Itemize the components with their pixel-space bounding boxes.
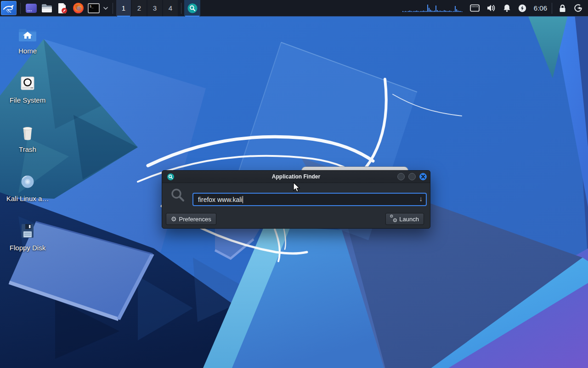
- application-finder-window: Application Finder firefox www.kali ↓: [162, 170, 430, 229]
- gear-icon: ⚙: [171, 216, 177, 222]
- maximize-button[interactable]: [408, 173, 416, 180]
- window-icon: [25, 3, 37, 13]
- desktop-icon-list: Home File System Trash: [6, 23, 50, 269]
- applications-menu-button[interactable]: [1, 1, 17, 15]
- taskbar-application-finder[interactable]: [184, 0, 200, 17]
- hard-drive-icon: [17, 73, 38, 93]
- volume-indicator[interactable]: [487, 4, 496, 12]
- launch-label: Launch: [399, 216, 419, 223]
- window-controls: [397, 173, 427, 180]
- volume-icon: [487, 4, 496, 12]
- panel-right: 6:06: [402, 0, 588, 17]
- workspace-3[interactable]: 3: [147, 0, 162, 17]
- logout-button[interactable]: [574, 4, 582, 12]
- desktop-icon-label: Trash: [19, 145, 36, 153]
- kali-logo-icon: [3, 3, 15, 14]
- minimize-button[interactable]: [397, 173, 405, 180]
- cpu-graph[interactable]: [402, 4, 463, 12]
- desktop-icon-floppy-disk[interactable]: Floppy Disk: [6, 220, 50, 269]
- launch-gears-icon: ⚙ ⚙: [390, 216, 397, 222]
- desktop-icon-label: Floppy Disk: [10, 244, 45, 252]
- launcher-text-editor[interactable]: [55, 0, 70, 17]
- lock-icon: [559, 4, 566, 12]
- preferences-button[interactable]: ⚙ Preferences: [166, 213, 216, 225]
- home-folder-icon: [17, 24, 38, 44]
- workspace-4[interactable]: 4: [163, 0, 178, 17]
- app-finder-icon: [167, 173, 174, 180]
- folder-icon: [41, 3, 53, 13]
- preferences-label: Preferences: [179, 216, 211, 223]
- trash-icon: [17, 122, 38, 143]
- panel-left: $_ 1 2 3 4: [0, 0, 200, 17]
- desktop-icon-label: File System: [10, 96, 45, 104]
- display-indicator[interactable]: [470, 4, 480, 12]
- desktop: Home File System Trash: [0, 0, 588, 368]
- power-manager-indicator[interactable]: [518, 4, 526, 12]
- text-caret: [243, 196, 243, 203]
- mouse-cursor: [292, 182, 301, 192]
- bell-icon: [503, 4, 511, 12]
- launcher-terminal[interactable]: $_: [86, 0, 102, 17]
- desktop-icon-kali-linux-cd[interactable]: Kali Linux a…: [6, 171, 50, 220]
- launcher-firefox[interactable]: [70, 0, 86, 17]
- app-finder-task-icon: [187, 3, 198, 13]
- panel-separator: [113, 3, 113, 14]
- desktop-icon-label: Kali Linux a…: [6, 195, 49, 202]
- launcher-dropdown-chevron[interactable]: [102, 0, 110, 17]
- dialog-buttons: ⚙ Preferences ⚙ ⚙ Launch: [162, 213, 430, 225]
- close-icon: [421, 175, 425, 178]
- search-icon: [170, 188, 186, 203]
- firefox-icon: [73, 2, 84, 14]
- clock[interactable]: 6:06: [534, 4, 547, 12]
- chevron-down-icon: [103, 7, 108, 10]
- search-input[interactable]: firefox www.kali ↓: [192, 193, 427, 206]
- lock-screen-button[interactable]: [559, 4, 566, 12]
- dropdown-arrow-icon[interactable]: ↓: [419, 195, 423, 202]
- workspace-1[interactable]: 1: [116, 0, 131, 17]
- dialog-titlebar[interactable]: Application Finder: [162, 171, 430, 183]
- desktop-icon-label: Home: [18, 47, 37, 55]
- dialog-title: Application Finder: [162, 173, 430, 180]
- top-panel: $_ 1 2 3 4: [0, 0, 588, 17]
- notifications-indicator[interactable]: [503, 4, 511, 12]
- panel-separator: [181, 3, 181, 14]
- desktop-icon-home[interactable]: Home: [6, 23, 50, 72]
- desktop-icon-file-system[interactable]: File System: [6, 72, 50, 121]
- logout-icon: [574, 4, 582, 12]
- launch-button[interactable]: ⚙ ⚙ Launch: [385, 213, 424, 225]
- floppy-disk-icon: [17, 221, 38, 241]
- document-icon: [57, 3, 68, 14]
- display-icon: [470, 4, 480, 12]
- terminal-icon: $_: [88, 3, 100, 14]
- close-button[interactable]: [419, 173, 427, 180]
- cd-disc-icon: [17, 172, 38, 192]
- search-input-value: firefox www.kali: [198, 196, 242, 203]
- launcher-files-app[interactable]: [23, 0, 39, 17]
- workspace-2[interactable]: 2: [132, 0, 147, 17]
- panel-separator: [20, 3, 21, 14]
- terminal-glyph: $_: [90, 5, 94, 8]
- desktop-icon-trash[interactable]: Trash: [6, 121, 50, 171]
- power-bolt-icon: [518, 4, 526, 12]
- launcher-file-manager[interactable]: [39, 0, 55, 17]
- panel-separator: [552, 3, 552, 14]
